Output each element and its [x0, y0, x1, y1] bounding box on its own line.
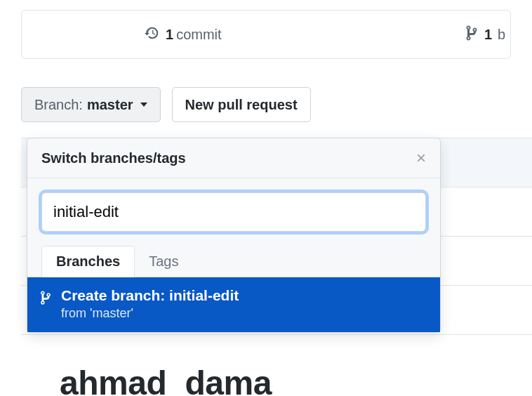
branches-count: 1 — [484, 27, 492, 43]
popover-search-area — [27, 178, 440, 246]
close-icon[interactable]: × — [416, 150, 426, 166]
repo-stats-bar: 1 commit 1 b — [21, 10, 511, 59]
branch-icon — [465, 25, 479, 45]
tab-branches[interactable]: Branches — [41, 246, 135, 277]
create-prefix: Create branch: — [61, 287, 165, 303]
popover-title: Switch branches/tags — [41, 150, 186, 166]
create-branch-from: from 'master' — [61, 306, 239, 321]
popover-tabs: Branches Tags — [27, 246, 440, 277]
branches-label-cropped: b — [498, 27, 510, 43]
caret-down-icon — [140, 103, 147, 107]
new-pull-request-button[interactable]: New pull request — [172, 87, 311, 122]
repo-name-partial: ahmad_dama — [60, 364, 272, 396]
branch-search-input[interactable] — [41, 192, 426, 232]
branch-switch-popover: Switch branches/tags × Branches Tags Cre… — [27, 138, 441, 333]
branch-select-button[interactable]: Branch: master — [21, 87, 161, 122]
commits-label: commit — [176, 27, 221, 43]
popover-header: Switch branches/tags × — [27, 138, 440, 178]
branch-prefix: Branch: — [34, 95, 83, 114]
commits-count: 1 — [166, 27, 173, 43]
history-icon — [145, 25, 160, 44]
create-branch-result[interactable]: Create branch: initial-edit from 'master… — [27, 277, 440, 332]
branch-current-name: master — [87, 95, 133, 114]
branches-stat[interactable]: 1 b — [465, 25, 510, 45]
commits-stat[interactable]: 1 commit — [145, 25, 222, 44]
branch-icon — [40, 290, 51, 308]
repo-toolbar: Branch: master New pull request — [21, 87, 532, 122]
create-branch-title: Create branch: initial-edit — [61, 287, 239, 304]
tab-tags[interactable]: Tags — [135, 246, 192, 277]
create-branch-name: initial-edit — [169, 287, 239, 303]
create-branch-text: Create branch: initial-edit from 'master… — [61, 287, 239, 321]
